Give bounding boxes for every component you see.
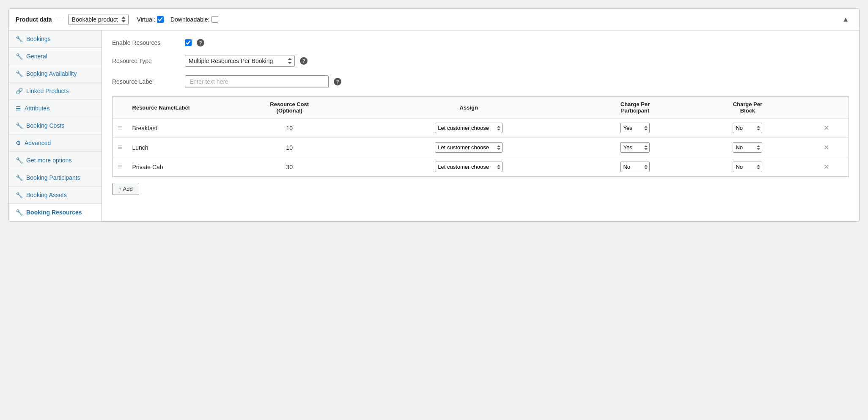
wrench-icon: 🔧	[16, 122, 23, 129]
enable-resources-help-icon[interactable]: ?	[197, 39, 204, 47]
panel-header: Product data — Bookable product Simple p…	[9, 9, 859, 30]
gear-icon: ⚙	[16, 140, 21, 146]
sidebar-item-booking-assets[interactable]: 🔧 Booking Assets	[9, 187, 102, 204]
sidebar-item-label: Attributes	[25, 105, 49, 112]
resource-name-cell: Private Cab	[127, 157, 220, 177]
sidebar-item-label: Booking Assets	[26, 192, 67, 198]
resources-table: Resource Name/Label Resource Cost(Option…	[112, 96, 849, 177]
sidebar-item-booking-participants[interactable]: 🔧 Booking Participants	[9, 169, 102, 187]
sidebar-item-label: Bookings	[26, 36, 51, 42]
add-resource-button[interactable]: + Add	[112, 183, 139, 195]
delete-row-cell[interactable]: ✕	[804, 118, 849, 138]
col-resource-cost: Resource Cost(Optional)	[220, 97, 359, 118]
sidebar-item-label: Booking Availability	[26, 70, 77, 77]
virtual-downloadable-group: Virtual: Downloadable:	[137, 16, 218, 23]
sidebar-item-get-more-options[interactable]: 🔧 Get more options	[9, 152, 102, 169]
charge-block-cell: No Yes	[691, 157, 804, 177]
resource-type-label: Resource Type	[112, 58, 180, 64]
charge-participant-cell: Yes No	[579, 118, 692, 138]
resource-type-select[interactable]: Multiple Resources Per Booking Customer …	[185, 55, 295, 67]
sidebar-item-label: General	[26, 53, 47, 60]
sidebar-item-bookings[interactable]: 🔧 Bookings	[9, 30, 102, 48]
drag-handle-cell: ≡	[113, 118, 127, 138]
sidebar-item-label: Booking Resources	[26, 209, 82, 216]
assign-select[interactable]: Let customer choose Assigned	[435, 123, 503, 133]
sidebar-item-linked-products[interactable]: 🔗 Linked Products	[9, 82, 102, 100]
product-type-select[interactable]: Bookable product Simple product Variable…	[68, 14, 129, 25]
enable-resources-row: Enable Resources ?	[112, 39, 849, 47]
col-charge-per-participant: Charge PerParticipant	[579, 97, 692, 118]
col-drag	[113, 97, 127, 118]
col-charge-per-block: Charge PerBlock	[691, 97, 804, 118]
wrench-icon: 🔧	[16, 209, 23, 216]
charge-participant-cell: No Yes	[579, 157, 692, 177]
wrench-icon: 🔧	[16, 53, 23, 60]
sidebar-item-advanced[interactable]: ⚙ Advanced	[9, 135, 102, 152]
wrench-icon: 🔧	[16, 70, 23, 77]
charge-block-select[interactable]: No Yes	[733, 123, 762, 133]
drag-handle-icon[interactable]: ≡	[118, 163, 122, 170]
wrench-icon: 🔧	[16, 157, 23, 164]
drag-handle-cell: ≡	[113, 138, 127, 157]
col-delete	[804, 97, 849, 118]
charge-block-cell: No Yes	[691, 138, 804, 157]
resource-label-help-icon[interactable]: ?	[334, 78, 341, 85]
sidebar-item-label: Get more options	[26, 157, 71, 164]
virtual-checkbox[interactable]	[157, 16, 164, 23]
resource-name-cell: Breakfast	[127, 118, 220, 138]
sidebar-item-booking-costs[interactable]: 🔧 Booking Costs	[9, 117, 102, 135]
charge-block-cell: No Yes	[691, 118, 804, 138]
charge-participant-select[interactable]: Yes No	[620, 123, 650, 133]
sidebar: 🔧 Bookings 🔧 General 🔧 Booking Availabil…	[9, 30, 102, 221]
charge-block-select[interactable]: No Yes	[733, 162, 762, 172]
resource-label-row: Resource Label ?	[112, 75, 849, 88]
sidebar-item-booking-resources[interactable]: 🔧 Booking Resources	[9, 204, 102, 221]
sidebar-item-label: Booking Participants	[26, 174, 80, 181]
resource-type-help-icon[interactable]: ?	[300, 57, 308, 65]
charge-participant-select[interactable]: No Yes	[620, 162, 650, 172]
enable-resources-checkbox[interactable]	[185, 39, 192, 46]
drag-handle-icon[interactable]: ≡	[118, 143, 122, 151]
wrench-icon: 🔧	[16, 192, 23, 198]
drag-handle-icon[interactable]: ≡	[118, 124, 122, 132]
resource-cost-cell: 10	[220, 118, 359, 138]
enable-resources-label: Enable Resources	[112, 39, 180, 46]
resource-cost-cell: 30	[220, 157, 359, 177]
sidebar-item-booking-availability[interactable]: 🔧 Booking Availability	[9, 65, 102, 82]
resource-cost-cell: 10	[220, 138, 359, 157]
col-resource-name: Resource Name/Label	[127, 97, 220, 118]
drag-handle-cell: ≡	[113, 157, 127, 177]
sidebar-item-label: Advanced	[25, 140, 51, 146]
col-assign: Assign	[359, 97, 579, 118]
assign-cell: Let customer choose Assigned	[359, 118, 579, 138]
resource-name-cell: Lunch	[127, 138, 220, 157]
assign-cell: Let customer choose Assigned	[359, 138, 579, 157]
resource-type-row: Resource Type Multiple Resources Per Boo…	[112, 55, 849, 67]
product-data-panel: Product data — Bookable product Simple p…	[8, 8, 860, 222]
delete-row-cell[interactable]: ✕	[804, 157, 849, 177]
delete-row-cell[interactable]: ✕	[804, 138, 849, 157]
sidebar-item-label: Linked Products	[26, 88, 69, 94]
wrench-icon: 🔧	[16, 36, 23, 42]
downloadable-checkbox[interactable]	[212, 16, 218, 23]
panel-body: 🔧 Bookings 🔧 General 🔧 Booking Availabil…	[9, 30, 859, 221]
charge-participant-select[interactable]: Yes No	[620, 142, 650, 153]
charge-block-select[interactable]: No Yes	[733, 142, 762, 153]
table-row: ≡ Breakfast 10 Let customer choose Assig…	[113, 118, 849, 138]
sidebar-item-general[interactable]: 🔧 General	[9, 48, 102, 65]
collapse-button[interactable]: ▲	[839, 14, 852, 25]
table-row: ≡ Private Cab 30 Let customer choose Ass…	[113, 157, 849, 177]
table-row: ≡ Lunch 10 Let customer choose Assigned	[113, 138, 849, 157]
resource-label-input[interactable]	[185, 75, 329, 88]
wrench-icon: 🔧	[16, 174, 23, 181]
panel-title: Product data	[16, 16, 52, 23]
main-content: Enable Resources ? Resource Type Multipl…	[102, 30, 859, 221]
link-icon: 🔗	[16, 88, 23, 94]
assign-select[interactable]: Let customer choose Assigned	[435, 142, 503, 153]
virtual-label[interactable]: Virtual:	[137, 16, 164, 23]
downloadable-label[interactable]: Downloadable:	[170, 16, 218, 23]
assign-cell: Let customer choose Assigned	[359, 157, 579, 177]
assign-select[interactable]: Let customer choose Assigned	[435, 162, 503, 172]
sidebar-item-attributes[interactable]: ☰ Attributes	[9, 100, 102, 117]
panel-title-separator: —	[57, 16, 63, 23]
